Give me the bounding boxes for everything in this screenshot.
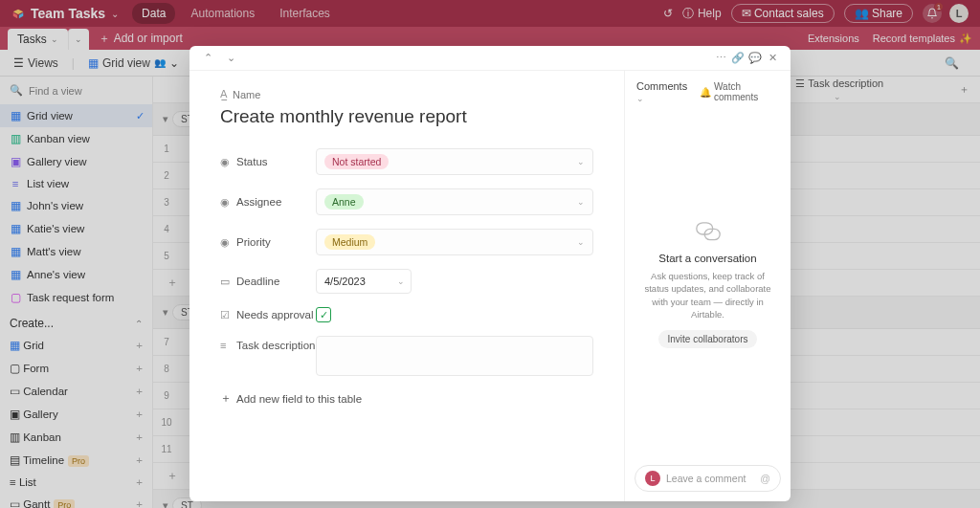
close-modal-button[interactable]: ✕ bbox=[764, 50, 781, 67]
watch-comments-button[interactable]: 🔔 Watch comments bbox=[700, 81, 779, 102]
modal-overlay: ⌃ ⌄ ⋯ 🔗 💬 ✕ A̲ Name Create monthly reven… bbox=[0, 0, 980, 508]
comment-avatar: L bbox=[645, 471, 660, 486]
single-select-icon: ◉ bbox=[220, 156, 232, 168]
single-select-icon: ◉ bbox=[220, 236, 232, 249]
more-options-button[interactable]: ⋯ bbox=[712, 50, 729, 67]
name-field-label: A̲ Name bbox=[220, 88, 593, 100]
record-fields-panel: A̲ Name Create monthly revenue report ◉S… bbox=[189, 71, 624, 501]
add-new-field-button[interactable]: ＋ Add new field to this table bbox=[220, 391, 593, 406]
conversation-title: Start a conversation bbox=[658, 253, 756, 264]
text-field-icon: A̲ bbox=[220, 88, 228, 100]
deadline-field[interactable]: 4/5/2023⌄ bbox=[316, 269, 412, 294]
copy-link-button[interactable]: 🔗 bbox=[729, 50, 746, 67]
single-select-icon: ◉ bbox=[220, 196, 232, 209]
bell-icon: 🔔 bbox=[700, 87, 711, 98]
task-description-field[interactable] bbox=[316, 336, 593, 376]
mention-icon[interactable]: @ bbox=[760, 473, 770, 484]
chevron-down-icon: ⌄ bbox=[577, 197, 585, 207]
record-title[interactable]: Create monthly revenue report bbox=[220, 106, 593, 127]
chat-bubbles-icon bbox=[694, 220, 723, 243]
chevron-down-icon: ⌄ bbox=[577, 157, 585, 166]
status-field[interactable]: Not started⌄ bbox=[316, 148, 593, 175]
chevron-down-icon: ⌄ bbox=[397, 276, 405, 286]
comment-placeholder: Leave a comment bbox=[666, 473, 746, 484]
comment-input[interactable]: L Leave a comment @ bbox=[635, 465, 781, 492]
comments-panel: Comments ⌄ 🔔 Watch comments Start a conv… bbox=[624, 71, 791, 501]
modal-header: ⌃ ⌄ ⋯ 🔗 💬 ✕ bbox=[189, 46, 791, 71]
assignee-field[interactable]: Anne⌄ bbox=[316, 188, 593, 215]
checkbox-icon: ☑ bbox=[220, 309, 232, 321]
priority-field[interactable]: Medium⌄ bbox=[316, 229, 593, 255]
chevron-down-icon: ⌄ bbox=[577, 237, 585, 247]
conversation-description: Ask questions, keep track of status upda… bbox=[638, 270, 777, 320]
comments-tab[interactable]: Comments ⌄ bbox=[636, 80, 692, 103]
needs-approval-checkbox[interactable]: ✓ bbox=[316, 307, 331, 322]
calendar-icon: ▭ bbox=[220, 276, 232, 288]
record-modal: ⌃ ⌄ ⋯ 🔗 💬 ✕ A̲ Name Create monthly reven… bbox=[189, 46, 791, 501]
prev-record-button[interactable]: ⌃ bbox=[199, 50, 216, 67]
invite-collaborators-button[interactable]: Invite collaborators bbox=[658, 330, 758, 348]
long-text-icon: ≡ bbox=[220, 340, 232, 351]
toggle-comments-button[interactable]: 💬 bbox=[746, 50, 764, 67]
next-record-button[interactable]: ⌄ bbox=[222, 50, 239, 67]
